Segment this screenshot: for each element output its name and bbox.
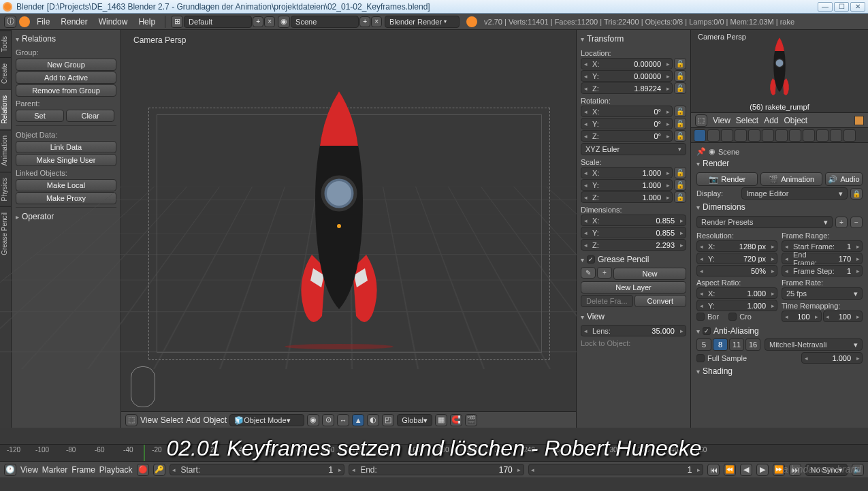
- tl-play-icon[interactable]: ▶: [756, 464, 769, 476]
- prop-tab-modifiers[interactable]: [775, 129, 788, 142]
- gp-new-layer-button[interactable]: New Layer: [581, 281, 686, 294]
- ol-menu-object[interactable]: Object: [784, 116, 808, 125]
- parent-clear-button[interactable]: Clear: [66, 110, 114, 122]
- prop-tab-data[interactable]: [789, 129, 801, 142]
- ol-menu-add[interactable]: Add: [764, 116, 778, 125]
- make-local-button[interactable]: Make Local: [16, 179, 116, 191]
- manipulator-translate-icon[interactable]: ▲: [352, 414, 364, 426]
- make-single-user-button[interactable]: Make Single User: [16, 154, 116, 166]
- display-lock-icon[interactable]: 🔒: [850, 188, 863, 200]
- scene-add-button[interactable]: +: [359, 16, 370, 27]
- rocket-object[interactable]: [237, 78, 441, 350]
- dim-z-field[interactable]: ◂Z:2.293▸: [581, 239, 686, 251]
- menu-window[interactable]: Window: [95, 16, 132, 28]
- lens-field[interactable]: ◂Lens:35.000▸: [581, 325, 686, 336]
- snap-icon[interactable]: 🧲: [450, 414, 462, 426]
- prop-tab-render[interactable]: [694, 129, 706, 142]
- ar-y-field[interactable]: ◂Y:1.000▸: [696, 300, 777, 311]
- render-button[interactable]: 📷 Render: [696, 172, 758, 186]
- aa-filter-dropdown[interactable]: Mitchell-Netravali▾: [765, 338, 863, 351]
- view-panel-header[interactable]: View: [581, 311, 686, 324]
- tl-menu-frame[interactable]: Frame: [71, 465, 95, 475]
- prop-tab-constraints[interactable]: [762, 129, 774, 142]
- add-to-active-button[interactable]: Add to Active: [16, 72, 116, 84]
- audio-button[interactable]: 🔊 Audio: [825, 172, 863, 186]
- render-presets-dropdown[interactable]: Render Presets▾: [696, 216, 833, 228]
- loc-y-lock-icon[interactable]: 🔓: [674, 70, 686, 82]
- window-maximize-button[interactable]: ☐: [834, 2, 849, 12]
- window-minimize-button[interactable]: —: [818, 2, 833, 12]
- aa-8-button[interactable]: 8: [713, 338, 728, 351]
- gp-draw-icon[interactable]: ✎: [581, 267, 596, 279]
- tl-keyset-icon[interactable]: 🔑: [153, 464, 165, 476]
- end-frame-field[interactable]: ◂End Frame:170▸: [782, 253, 863, 264]
- tl-end-field[interactable]: ◂End:170▸: [349, 464, 524, 475]
- gp-add-icon[interactable]: +: [597, 267, 612, 279]
- tl-menu-marker[interactable]: Marker: [42, 465, 67, 475]
- render-engine-dropdown[interactable]: Blender Render ▾: [385, 16, 460, 28]
- rot-x-field[interactable]: ◂X:0°▸: [581, 106, 673, 117]
- outliner-editor-type-icon[interactable]: ⬚: [695, 114, 707, 127]
- menu-help[interactable]: Help: [134, 16, 159, 28]
- vp-menu-add[interactable]: Add: [186, 415, 200, 425]
- shading-panel-header[interactable]: Shading: [696, 365, 863, 379]
- manipulator-rotate-icon[interactable]: ◐: [367, 414, 379, 426]
- menu-file[interactable]: File: [33, 16, 54, 28]
- ol-menu-select[interactable]: Select: [736, 116, 758, 125]
- tab-relations[interactable]: Relations: [0, 89, 11, 129]
- window-close-button[interactable]: ✕: [850, 2, 865, 12]
- tl-jump-start-icon[interactable]: ⏮: [707, 464, 720, 476]
- dim-y-field[interactable]: ◂Y:0.855▸: [581, 227, 686, 238]
- timeline-editor-type-icon[interactable]: 🕐: [4, 464, 16, 476]
- link-data-button[interactable]: Link Data: [16, 141, 116, 153]
- vp-menu-object[interactable]: Object: [204, 415, 227, 425]
- vp-menu-select[interactable]: Select: [161, 415, 183, 425]
- menu-render[interactable]: Render: [57, 16, 91, 28]
- transform-panel-header[interactable]: Transform: [581, 33, 686, 46]
- layout-browse-icon[interactable]: ⊞: [171, 16, 183, 28]
- dim-x-field[interactable]: ◂X:0.855▸: [581, 215, 686, 226]
- aa-5-button[interactable]: 5: [696, 338, 711, 351]
- prop-tab-object[interactable]: [748, 129, 760, 142]
- loc-z-field[interactable]: ◂Z:1.89224▸: [581, 82, 673, 94]
- rotation-mode-dropdown[interactable]: XYZ Euler▾: [581, 143, 686, 155]
- tab-tools[interactable]: Tools: [0, 30, 11, 57]
- dimensions-panel-header[interactable]: Dimensions: [696, 201, 863, 215]
- render-panel-header[interactable]: Render: [696, 157, 863, 171]
- layers-icon[interactable]: ▦: [435, 414, 447, 426]
- loc-y-field[interactable]: ◂Y:0.00000▸: [581, 70, 673, 82]
- shading-solid-icon[interactable]: ◉: [307, 414, 319, 426]
- aa-11-button[interactable]: 11: [729, 338, 744, 351]
- ol-menu-view[interactable]: View: [713, 116, 730, 125]
- prop-tab-texture[interactable]: [816, 129, 829, 142]
- ar-x-field[interactable]: ◂X:1.000▸: [696, 287, 777, 299]
- tab-physics[interactable]: Physics: [0, 172, 11, 206]
- tl-play-reverse-icon[interactable]: ◀: [740, 464, 752, 476]
- preset-add-icon[interactable]: +: [835, 217, 848, 228]
- mode-dropdown[interactable]: 🧊 Object Mode ▾: [229, 414, 304, 426]
- tab-grease-pencil[interactable]: Grease Pencil: [0, 206, 11, 261]
- scale-y-lock-icon[interactable]: 🔓: [674, 179, 686, 191]
- crop-checkbox[interactable]: Cro: [728, 313, 752, 321]
- scene-dropdown[interactable]: Scene: [291, 16, 359, 28]
- tl-menu-playback[interactable]: Playback: [99, 465, 133, 475]
- res-x-field[interactable]: ◂X:1280 px▸: [696, 240, 777, 252]
- render-preview-icon[interactable]: 🎬: [465, 414, 477, 426]
- new-group-button[interactable]: New Group: [16, 59, 116, 71]
- display-dropdown[interactable]: Image Editor▾: [741, 187, 848, 200]
- viewport-3d[interactable]: Camera Persp ✕ z ↑ x → (56) rakete_rumpf…: [121, 30, 577, 428]
- scale-z-field[interactable]: ◂Z:1.000▸: [581, 191, 673, 203]
- tl-start-field[interactable]: ◂Start:1▸: [170, 464, 345, 475]
- border-checkbox[interactable]: Bor: [696, 313, 719, 321]
- rot-y-lock-icon[interactable]: 🔓: [674, 118, 686, 129]
- loc-x-lock-icon[interactable]: 🔓: [674, 58, 686, 69]
- prop-tab-scene[interactable]: [721, 129, 733, 142]
- rot-x-lock-icon[interactable]: 🔓: [674, 106, 686, 117]
- tl-autokey-icon[interactable]: 🔴: [137, 464, 149, 476]
- scale-y-field[interactable]: ◂Y:1.000▸: [581, 179, 673, 191]
- scene-remove-button[interactable]: ×: [371, 16, 382, 27]
- gp-convert-button[interactable]: Convert: [634, 295, 687, 307]
- preset-remove-icon[interactable]: −: [850, 217, 863, 228]
- aa-size-field[interactable]: ◂1.000▸: [801, 352, 863, 364]
- relations-panel-header[interactable]: Relations: [16, 33, 116, 46]
